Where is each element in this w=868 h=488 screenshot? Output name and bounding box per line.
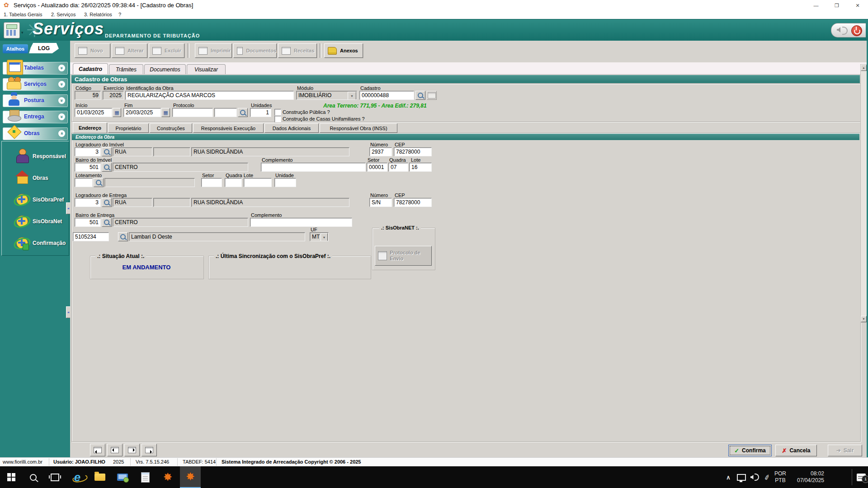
maximize-button[interactable]: ❐ xyxy=(826,0,847,11)
subtab-dados-adicionais[interactable]: Dados Adicionais xyxy=(264,123,319,133)
numero-imovel-field[interactable]: 2937 xyxy=(369,147,392,156)
sidebar-tab-atalhos[interactable]: Atalhos xyxy=(3,44,28,53)
sidebar-tab-log[interactable]: LOG xyxy=(29,43,59,53)
identificacao-field[interactable]: REGULARIZAÇÃO CASA MARCOS xyxy=(125,91,294,100)
dropdown-arrow-icon[interactable]: ▼ xyxy=(348,92,356,100)
quadra-field[interactable]: 07 xyxy=(388,163,408,172)
dropdown-arrow-icon[interactable]: ▼ xyxy=(321,233,328,241)
internet-explorer-button[interactable]: e xyxy=(67,466,88,488)
sidebar-item-sisobrapref[interactable]: SisObraPref xyxy=(2,191,69,211)
complemento-entrega-field[interactable] xyxy=(250,218,352,227)
sidebar-item-confirmacao[interactable]: Confirmação xyxy=(2,235,69,254)
tab-documentos[interactable]: Documentos xyxy=(144,64,186,74)
chevron-down-icon[interactable]: » xyxy=(58,113,65,120)
modulo-select[interactable]: IMOBILIÁRIO ▼ xyxy=(296,91,357,100)
numero-entrega-field[interactable]: S/N xyxy=(369,198,392,207)
volume-tray-icon[interactable] xyxy=(748,466,761,488)
close-button[interactable]: ✕ xyxy=(847,0,868,11)
cep-imovel-field[interactable]: 78278000 xyxy=(394,147,432,156)
menu-relatorios[interactable]: 3. Relatórios xyxy=(84,12,112,17)
vertical-scrollbar[interactable]: ▲ ▼ xyxy=(860,64,867,323)
loteamento-codigo-field[interactable] xyxy=(75,178,93,187)
complemento-imovel-field[interactable] xyxy=(261,163,366,172)
tab-visualizar[interactable]: Visualizar xyxy=(187,64,226,74)
logradouro-entrega-search-button[interactable] xyxy=(102,198,112,207)
fiorilli-app-active-button[interactable]: ✸ xyxy=(180,466,201,488)
bairro-entrega-search-button[interactable] xyxy=(102,218,112,227)
start-button[interactable] xyxy=(1,466,22,488)
my-computer-button[interactable] xyxy=(112,466,133,488)
chevron-up-icon[interactable]: » xyxy=(58,130,65,137)
protocolo-search-button[interactable] xyxy=(238,108,248,117)
notes-app-button[interactable] xyxy=(135,466,156,488)
previous-record-button[interactable] xyxy=(107,444,123,456)
bairro-entrega-codigo-field[interactable]: 501 xyxy=(75,218,101,227)
chevron-down-icon[interactable]: » xyxy=(58,81,65,88)
fim-calendar-button[interactable]: ▦ xyxy=(161,108,170,117)
clock[interactable]: 08:0207/04/2025 xyxy=(790,466,831,488)
loteamento-setor-field[interactable] xyxy=(201,178,222,187)
loteamento-lote-field[interactable] xyxy=(244,178,272,187)
protocolo-ano-field[interactable] xyxy=(214,108,237,117)
protocolo-field[interactable] xyxy=(172,108,213,117)
loteamento-search-button[interactable] xyxy=(94,178,104,187)
sidebar-item-obras[interactable]: Obras » xyxy=(3,127,68,140)
scroll-up-button[interactable]: ▲ xyxy=(861,65,867,71)
last-record-button[interactable] xyxy=(142,444,157,456)
power-button[interactable] xyxy=(851,25,862,36)
unidades-field[interactable]: 1 xyxy=(250,108,271,117)
uf-select[interactable]: MT ▼ xyxy=(310,232,329,241)
bairro-imovel-search-button[interactable] xyxy=(102,163,112,172)
subtab-responsaveis-execucao[interactable]: Responsáveis Execução xyxy=(193,123,264,133)
file-explorer-button[interactable] xyxy=(90,466,110,488)
minimize-button[interactable]: — xyxy=(806,0,826,11)
task-view-button[interactable] xyxy=(44,466,65,488)
sound-icon[interactable] xyxy=(837,27,840,33)
confirma-button[interactable]: ✓ Confirma xyxy=(728,445,772,456)
casas-unifamiliares-checkbox[interactable] xyxy=(274,116,281,122)
chevron-down-icon[interactable]: » xyxy=(58,65,65,71)
language-indicator[interactable]: PORPTB xyxy=(771,466,789,488)
next-record-button[interactable] xyxy=(124,444,140,456)
subtab-construcoes[interactable]: Construções xyxy=(150,123,192,133)
menu-help[interactable]: ? xyxy=(118,12,121,17)
sidebar-item-postura[interactable]: Postura » xyxy=(3,94,68,107)
logradouro-imovel-codigo-field[interactable]: 3 xyxy=(75,147,101,156)
construcao-publica-checkbox[interactable] xyxy=(274,109,281,116)
sidebar-item-responsavel[interactable]: Responsável xyxy=(2,148,69,168)
tab-tramites[interactable]: Trâmites xyxy=(109,64,143,74)
taskbar-search-button[interactable] xyxy=(23,466,43,488)
sidebar-item-tabelas[interactable]: Tabelas » xyxy=(3,62,68,75)
loteamento-unidade-field[interactable] xyxy=(274,178,296,187)
sidebar-item-entrega[interactable]: Entrega » xyxy=(3,111,68,123)
fim-field[interactable]: 20/03/2025 xyxy=(123,108,161,117)
cep-entrega-field[interactable]: 78278000 xyxy=(394,198,432,207)
notification-center-button[interactable]: 1 xyxy=(854,466,868,488)
cidade-search-button[interactable] xyxy=(118,232,128,241)
bairro-imovel-codigo-field[interactable]: 501 xyxy=(75,163,101,172)
menu-tabelas-gerais[interactable]: 1. Tabelas Gerais xyxy=(4,12,42,17)
subtab-responsavel-obra-inss[interactable]: Responsável Obra (INSS) xyxy=(320,123,397,133)
menu-servicos[interactable]: 2. Serviços xyxy=(51,12,75,17)
cidade-codigo-field[interactable]: 5105234 xyxy=(73,232,109,241)
setor-field[interactable]: 00001 xyxy=(367,163,387,172)
cadastro-search-button[interactable] xyxy=(415,91,425,100)
chevron-down-icon[interactable]: » xyxy=(58,97,65,104)
loteamento-quadra-field[interactable] xyxy=(225,178,242,187)
subtab-proprietario[interactable]: Proprietário xyxy=(108,123,149,133)
network-tray-icon[interactable] xyxy=(735,466,748,488)
tab-cadastro[interactable]: Cadastro xyxy=(73,63,108,74)
sidebar-item-obras-sub[interactable]: Obras xyxy=(2,169,69,189)
scroll-down-button[interactable]: ▼ xyxy=(861,316,867,322)
sidebar-item-servicos[interactable]: Serviços » xyxy=(3,78,68,91)
lote-field[interactable]: 16 xyxy=(409,163,432,172)
fiorilli-app-button[interactable]: ✸ xyxy=(157,466,178,488)
cancela-button[interactable]: ✗ Cancela xyxy=(775,445,817,456)
first-record-button[interactable] xyxy=(90,444,105,456)
logradouro-imovel-search-button[interactable] xyxy=(102,147,112,156)
cadastro-field[interactable]: 000000488 xyxy=(359,91,414,100)
sidebar-item-sisobranet[interactable]: SisObraNet xyxy=(2,213,69,233)
inicio-calendar-button[interactable]: ▦ xyxy=(113,108,121,117)
tray-expand-button[interactable]: ∧ xyxy=(722,466,734,488)
anexos-button[interactable]: Anexos xyxy=(324,43,363,58)
